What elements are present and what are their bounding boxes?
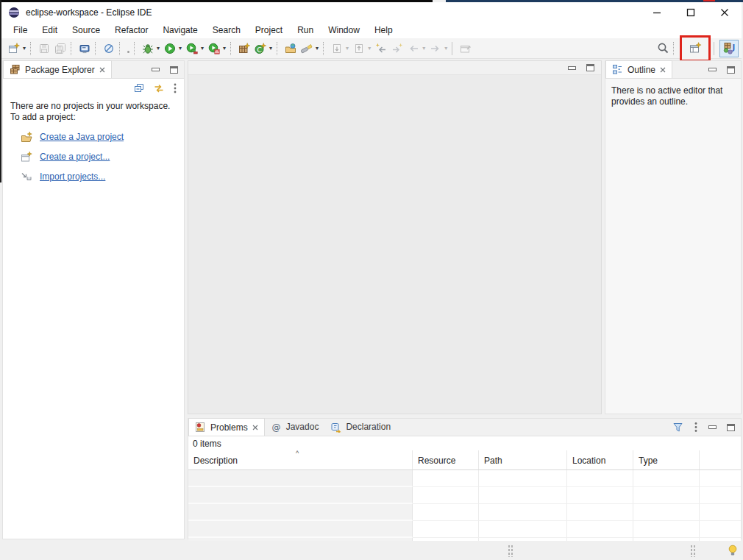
tab-label: Problems	[210, 422, 248, 433]
view-menu-icon[interactable]	[173, 82, 177, 94]
menu-item-file[interactable]: File	[6, 23, 35, 38]
sort-indicator: ^	[296, 450, 299, 456]
run-button[interactable]	[162, 40, 178, 57]
next-annotation-dropdown[interactable]: ▾	[345, 45, 351, 52]
problems-icon	[195, 422, 206, 433]
empty-workspace-text-line1: There are no projects in your workspace.	[10, 101, 177, 112]
bottom-panel: Problems @ Javadoc Declaration	[188, 418, 742, 539]
search-torch-dropdown[interactable]: ▾	[315, 45, 321, 52]
menu-item-window[interactable]: Window	[321, 23, 367, 38]
search-torch-icon	[301, 43, 313, 54]
create-project-row: Create a project...	[21, 151, 177, 163]
minimize-view-button[interactable]	[708, 68, 717, 71]
previous-edit-location-button[interactable]	[373, 40, 389, 57]
next-edit-location-button[interactable]	[389, 40, 405, 57]
next-annotation-button[interactable]	[329, 40, 345, 57]
minimize-button[interactable]	[640, 2, 674, 22]
pin-editor-icon	[460, 43, 472, 54]
tab-javadoc[interactable]: @ Javadoc	[265, 418, 325, 436]
menu-item-edit[interactable]: Edit	[35, 23, 65, 38]
column-header-description[interactable]: Description	[188, 450, 413, 469]
minimize-editor-button[interactable]	[568, 66, 576, 70]
highlight-box	[680, 35, 711, 62]
close-tab-icon[interactable]	[252, 425, 258, 430]
minimize-view-button[interactable]	[708, 425, 717, 429]
main-toolbar: ▾	[1, 38, 742, 59]
previous-annotation-dropdown[interactable]: ▾	[367, 45, 373, 52]
java-perspective-button[interactable]: J	[719, 40, 739, 57]
skip-all-breakpoints-button[interactable]	[101, 40, 117, 57]
back-dropdown[interactable]: ▾	[422, 45, 427, 52]
new-java-class-dropdown[interactable]: ▾	[269, 45, 274, 52]
create-project-link[interactable]: Create a project...	[40, 152, 110, 162]
close-tab-icon[interactable]	[660, 67, 666, 73]
maximize-button[interactable]	[674, 2, 708, 22]
forward-dropdown[interactable]: ▾	[444, 45, 449, 52]
create-java-project-link[interactable]: Create a Java project	[40, 132, 124, 142]
column-header-path[interactable]: Path	[479, 450, 567, 469]
column-header-type[interactable]: Type	[633, 450, 700, 469]
save-button[interactable]	[36, 40, 52, 57]
menu-item-refactor[interactable]: Refactor	[107, 23, 155, 38]
tab-label: Javadoc	[286, 422, 319, 432]
notification-lightbulb-icon[interactable]	[727, 544, 739, 557]
menu-item-project[interactable]: Project	[248, 23, 290, 38]
forward-button[interactable]	[427, 40, 444, 57]
tab-declaration[interactable]: Declaration	[324, 418, 397, 436]
filter-icon[interactable]	[672, 422, 683, 433]
new-wizard-dropdown[interactable]: ▾	[22, 45, 28, 52]
status-drag-handle[interactable]	[508, 545, 513, 557]
search-icon	[657, 42, 669, 54]
column-header-resource[interactable]: Resource	[413, 450, 479, 469]
tab-outline[interactable]: Outline	[605, 60, 672, 78]
next-annotation-icon	[331, 43, 343, 54]
run-icon	[164, 43, 176, 54]
menu-item-help[interactable]: Help	[367, 23, 400, 38]
console-button[interactable]	[77, 40, 93, 57]
previous-annotation-button[interactable]	[351, 40, 367, 57]
run-dropdown[interactable]: ▾	[178, 45, 184, 52]
profile-button[interactable]	[206, 40, 222, 57]
menu-item-search[interactable]: Search	[205, 23, 248, 38]
new-java-project-icon	[238, 43, 250, 54]
column-header-location[interactable]: Location	[567, 450, 633, 469]
tab-package-explorer[interactable]: Package Explorer	[3, 60, 112, 78]
open-perspective-button[interactable]	[687, 40, 703, 57]
svg-text:@: @	[271, 422, 280, 433]
coverage-dropdown[interactable]: ▾	[200, 45, 206, 52]
open-task-button[interactable]	[282, 40, 299, 57]
maximize-editor-button[interactable]	[586, 64, 594, 71]
quick-search-button[interactable]	[655, 40, 671, 57]
view-menu-icon[interactable]	[694, 422, 698, 433]
tab-label: Declaration	[346, 422, 391, 432]
menu-item-navigate[interactable]: Navigate	[155, 23, 205, 38]
status-drag-handle[interactable]	[690, 545, 696, 557]
profile-dropdown[interactable]: ▾	[222, 45, 228, 52]
minimize-view-button[interactable]	[152, 68, 160, 71]
new-wizard-button[interactable]	[6, 40, 22, 57]
new-java-project-button[interactable]	[236, 40, 252, 57]
create-java-project-row: Create a Java project	[21, 131, 177, 143]
maximize-view-button[interactable]	[170, 66, 178, 74]
close-button[interactable]	[708, 2, 742, 22]
link-with-editor-icon[interactable]	[153, 82, 165, 94]
collapse-all-icon[interactable]	[133, 82, 145, 94]
menu-item-source[interactable]: Source	[65, 23, 107, 38]
menu-bar: File Edit Source Refactor Navigate Searc…	[1, 22, 742, 38]
table-row	[188, 487, 741, 504]
debug-dropdown[interactable]: ▾	[156, 45, 162, 52]
maximize-view-button[interactable]	[727, 66, 735, 74]
import-projects-link[interactable]: Import projects...	[40, 171, 105, 182]
maximize-view-button[interactable]	[727, 424, 735, 431]
new-java-class-button[interactable]: C	[252, 40, 269, 57]
menu-item-run[interactable]: Run	[290, 23, 321, 38]
search-torch-button[interactable]	[299, 40, 315, 57]
debug-button[interactable]	[140, 40, 156, 57]
close-tab-icon[interactable]	[99, 67, 105, 73]
coverage-button[interactable]	[184, 40, 200, 57]
back-button[interactable]	[405, 40, 422, 57]
tab-problems[interactable]: Problems	[188, 418, 265, 436]
outline-tabbar: Outline	[605, 61, 741, 79]
pin-editor-button[interactable]	[458, 40, 474, 57]
save-all-button[interactable]	[52, 40, 68, 57]
